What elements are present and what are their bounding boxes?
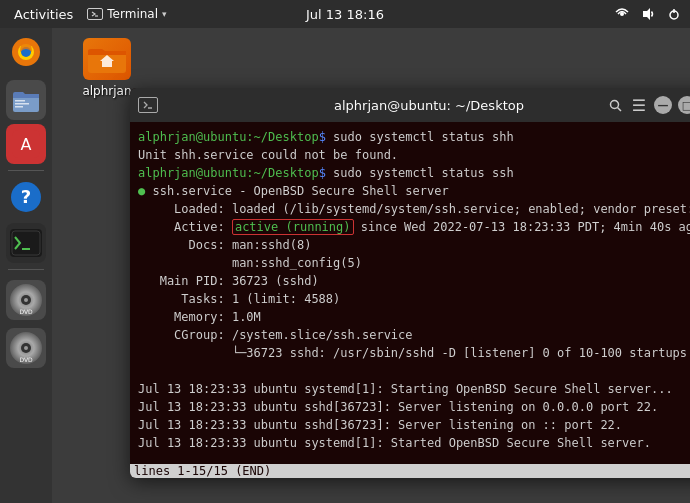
active-running-badge: active (running) bbox=[232, 219, 354, 235]
svg-point-32 bbox=[610, 100, 618, 108]
topbar-right bbox=[614, 6, 682, 22]
svg-rect-11 bbox=[15, 106, 23, 108]
svg-text:?: ? bbox=[21, 186, 31, 207]
svg-rect-10 bbox=[15, 103, 29, 105]
terminal-status-line: lines 1-15/15 (END) bbox=[130, 464, 690, 478]
svg-point-22 bbox=[24, 298, 28, 302]
terminal-menu-label: Terminal bbox=[107, 7, 158, 21]
svg-line-33 bbox=[617, 107, 621, 111]
power-icon[interactable] bbox=[666, 6, 682, 22]
terminal-titlebar: alphrjan@ubuntu: ~/Desktop ☰ — □ ✕ bbox=[130, 88, 690, 122]
terminal-maximize-button[interactable]: □ bbox=[678, 96, 690, 114]
terminal-menu[interactable]: Terminal ▾ bbox=[87, 7, 166, 21]
sound-icon[interactable] bbox=[640, 6, 656, 22]
terminal-minimize-button[interactable]: — bbox=[654, 96, 672, 114]
svg-text:DVD: DVD bbox=[19, 308, 33, 315]
terminal-body: alphrjan@ubuntu:~/Desktop$ sudo systemct… bbox=[130, 122, 690, 478]
svg-point-27 bbox=[24, 346, 28, 350]
desktop-icon-label: alphrjan bbox=[82, 84, 131, 98]
dock-icon-files[interactable] bbox=[6, 80, 46, 120]
topbar-datetime: Jul 13 18:16 bbox=[306, 7, 384, 22]
dock-separator-2 bbox=[8, 269, 44, 270]
dock-icon-appstore[interactable]: A bbox=[6, 124, 46, 164]
svg-text:DVD: DVD bbox=[19, 356, 33, 363]
terminal-search-button[interactable] bbox=[606, 96, 624, 114]
terminal-dropdown-icon[interactable]: ▾ bbox=[162, 9, 167, 19]
svg-text:A: A bbox=[21, 135, 32, 154]
activities-button[interactable]: Activities bbox=[8, 5, 79, 24]
svg-marker-2 bbox=[643, 8, 650, 20]
dock-icon-terminal[interactable] bbox=[6, 223, 46, 263]
topbar: Activities Terminal ▾ Jul 13 18:16 bbox=[0, 0, 690, 28]
terminal-titlebar-left bbox=[138, 97, 158, 113]
network-icon[interactable] bbox=[614, 6, 630, 22]
dock-icon-dvd2[interactable]: DVD bbox=[6, 328, 46, 368]
folder-icon bbox=[83, 38, 131, 80]
svg-rect-17 bbox=[12, 231, 40, 255]
dock-separator-1 bbox=[8, 170, 44, 171]
terminal-menu-icon bbox=[87, 8, 103, 20]
terminal-window: alphrjan@ubuntu: ~/Desktop ☰ — □ ✕ alphr… bbox=[130, 88, 690, 478]
dock-icon-firefox[interactable] bbox=[6, 32, 46, 72]
svg-rect-9 bbox=[15, 100, 25, 102]
terminal-titlebar-controls: ☰ — □ ✕ bbox=[606, 96, 690, 114]
topbar-left: Activities Terminal ▾ bbox=[8, 5, 167, 24]
terminal-title-icon bbox=[138, 97, 158, 113]
terminal-window-title: alphrjan@ubuntu: ~/Desktop bbox=[334, 98, 524, 113]
dock-icon-help[interactable]: ? bbox=[6, 177, 46, 217]
terminal-content: alphrjan@ubuntu:~/Desktop$ sudo systemct… bbox=[138, 128, 690, 452]
dock: A ? bbox=[0, 28, 52, 503]
dock-icon-dvd1[interactable]: DVD bbox=[6, 280, 46, 320]
desktop-area: alphrjan alphrjan@ubuntu: ~/Desktop ☰ — bbox=[52, 28, 690, 503]
terminal-menu-button[interactable]: ☰ bbox=[630, 96, 648, 114]
desktop: A ? bbox=[0, 28, 690, 503]
